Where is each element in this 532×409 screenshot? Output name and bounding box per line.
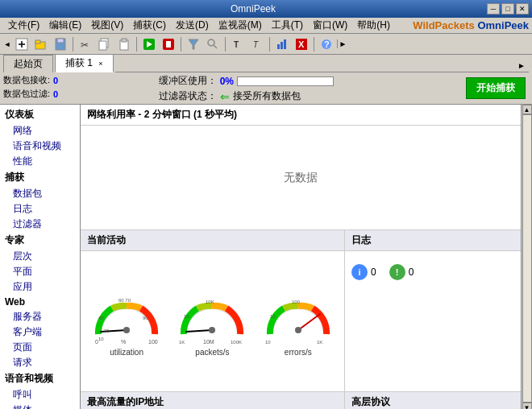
sidebar-section-dashboard: 仪表板 [2,106,78,123]
tab-capture1[interactable]: 捕获 1 × [55,54,114,72]
titlebar-controls: ─ □ ✕ [487,3,529,14]
toolbar-btn-copy[interactable] [96,36,114,52]
status-left: 数据包接收: 0 数据包过滤: 0 [3,74,152,102]
sidebar-item-client[interactable]: 客户端 [2,324,78,340]
tab-home[interactable]: 起始页 [3,55,53,72]
scroll-down-btn[interactable]: ▼ [522,403,532,409]
svg-point-17 [208,39,214,46]
log-warn-item: ! 0 [389,264,414,280]
buffer-label: 缓冲区使用： [159,74,217,88]
toolbar-sep-6 [314,37,314,52]
sidebar-item-log[interactable]: 日志 [2,201,78,217]
sidebar-section-web: Web [2,295,78,309]
toolbar-btn-new[interactable] [13,36,31,52]
maximize-button[interactable]: □ [501,3,514,14]
menu-view[interactable]: 视图(V) [86,17,128,34]
toolbar-btn-cut[interactable]: ✂ [77,36,94,52]
svg-text:90: 90 [143,316,148,320]
packets-filtered-row: 数据包过滤: 0 [3,88,152,100]
current-activity-panel: 当前活动 [81,230,345,391]
toolbar-sep-4 [225,37,226,52]
scrollbar-area: ▲ ▼ [521,105,532,409]
menubar: 文件(F) 编辑(E) 视图(V) 捕获(C) 发送(D) 监视器(M) 工具(… [0,18,532,34]
menu-window[interactable]: 窗口(W) [308,17,352,34]
chart-title: 网络利用率 - 2 分钟窗口 (1 秒平均) [81,105,521,126]
toolbar-btn-chart[interactable] [273,36,291,52]
packets-filtered-label: 数据包过滤: [3,88,50,100]
tabbar: 起始页 捕获 1 × ► [0,55,532,72]
log-panel: 日志 i 0 ! 0 [345,230,521,391]
log-icons: i 0 ! 0 [351,264,514,280]
content-area: 网络利用率 - 2 分钟窗口 (1 秒平均) 无数据 当前活动 [81,105,521,409]
svg-text:1K: 1K [317,340,322,345]
sidebar-item-page[interactable]: 页面 [2,340,78,355]
toolbar-btn-save[interactable] [52,36,69,52]
menu-send[interactable]: 发送(D) [171,17,214,34]
toolbar-btn-help[interactable]: ? [318,36,335,52]
filter-value: 接受所有数据包 [233,89,301,103]
menu-monitor[interactable]: 监视器(M) [214,17,267,34]
toolbar-btn-T2[interactable]: T [248,36,266,52]
toolbar: ◄ ✂ T T X ? ► [0,34,532,55]
svg-point-39 [209,327,215,333]
toolbar-btn-open[interactable] [32,36,50,52]
svg-text:60 70: 60 70 [118,298,131,303]
packets-received-label: 数据包接收: [3,74,50,86]
tab-close-button[interactable]: × [98,60,102,68]
bottom-row: 最高流量的IP地址 高层协议 [81,391,521,409]
brand-omnipeek: OmniPeek [477,19,529,31]
svg-line-38 [186,330,212,332]
sidebar-item-packets[interactable]: 数据包 [2,186,78,201]
sidebar-item-filter[interactable]: 过滤器 [2,217,78,232]
close-button[interactable]: ✕ [516,3,529,14]
filter-label: 过滤器状态： [159,89,217,103]
svg-text:40: 40 [98,316,104,320]
toolbar-btn-stop[interactable] [160,36,177,52]
sidebar-item-layers[interactable]: 层次 [2,249,78,264]
errors-gauge-svg: 10 1K 100 10 [262,286,335,346]
minimize-button[interactable]: ─ [487,3,500,14]
sidebar-item-voicevideo[interactable]: 语音和视频 [2,138,78,154]
filter-row: 过滤器状态： ⇐ 接受所有数据包 [159,89,456,103]
toolbar-right-arrow[interactable]: ► [337,39,348,48]
tab-arrow[interactable]: ► [517,61,529,72]
chart-area: 无数据 [81,126,521,230]
menu-tools[interactable]: 工具(T) [267,17,308,34]
toolbar-btn-filter[interactable] [185,36,202,52]
menu-capture[interactable]: 捕获(C) [128,17,171,34]
svg-line-45 [298,314,320,330]
sidebar-item-flat[interactable]: 平面 [2,264,78,279]
toolbar-btn-T1[interactable]: T [229,36,247,52]
toolbar-btn-paste[interactable] [115,36,133,52]
high-layer-panel: 高层协议 [345,391,521,409]
toolbar-btn-start[interactable] [140,36,158,52]
svg-text:1K: 1K [184,314,189,319]
sidebar-item-server[interactable]: 服务器 [2,309,78,324]
toolbar-sep-3 [181,37,181,52]
sidebar-item-call[interactable]: 呼叫 [2,387,78,403]
menu-help[interactable]: 帮助(H) [352,17,395,34]
buffer-row: 缓冲区使用： 0% [159,74,456,88]
scroll-up-btn[interactable]: ▲ [522,105,532,114]
sidebar-item-media[interactable]: 媒体 [2,403,78,409]
svg-point-29 [123,327,130,333]
svg-point-46 [295,327,301,333]
sidebar-item-network[interactable]: 网络 [2,123,78,138]
toolbar-left-arrow[interactable]: ◄ [3,36,11,52]
start-capture-button[interactable]: 开始捕获 [466,77,526,99]
capture-btn-container: 开始捕获 [463,74,529,102]
svg-text:100: 100 [148,339,158,345]
menu-edit[interactable]: 编辑(E) [44,17,86,34]
toolbar-btn-x[interactable]: X [293,36,310,52]
packets-received-value: 0 [53,76,58,85]
sidebar-item-apps[interactable]: 应用 [2,279,78,295]
svg-rect-21 [277,44,280,49]
sidebar-item-performance[interactable]: 性能 [2,154,78,169]
log-header: 日志 [345,230,521,251]
errors-gauge: 10 1K 100 10 errors/s [262,286,335,357]
packets-gauge-svg: 1K 100K 10M 10K 1K [176,286,248,346]
sidebar-item-request[interactable]: 请求 [2,355,78,370]
menu-file[interactable]: 文件(F) [3,17,44,34]
current-activity-header: 当前活动 [81,230,344,251]
toolbar-btn-search[interactable] [204,36,222,52]
